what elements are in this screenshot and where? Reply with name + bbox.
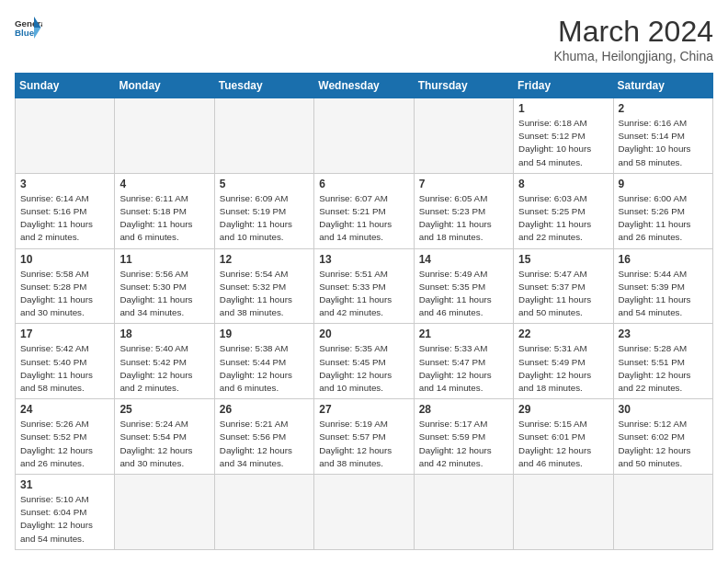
- location-subtitle: Khuma, Heilongjiang, China: [553, 49, 713, 63]
- day-number: 19: [220, 327, 309, 340]
- day-number: 17: [20, 327, 109, 340]
- day-info: Sunrise: 5:31 AM Sunset: 5:49 PM Dayligh…: [518, 342, 608, 395]
- day-info: Sunrise: 5:49 AM Sunset: 5:35 PM Dayligh…: [419, 268, 508, 320]
- day-info: Sunrise: 6:11 AM Sunset: 5:18 PM Dayligh…: [119, 192, 209, 245]
- calendar-cell: 7Sunrise: 6:05 AM Sunset: 5:23 PM Daylig…: [414, 173, 513, 248]
- calendar-cell: 30Sunrise: 5:12 AM Sunset: 6:02 PM Dayli…: [613, 399, 712, 475]
- day-number: 15: [518, 253, 608, 266]
- day-number: 21: [419, 327, 508, 340]
- calendar-cell: 5Sunrise: 6:09 AM Sunset: 5:19 PM Daylig…: [214, 173, 313, 248]
- svg-marker-3: [34, 28, 41, 39]
- day-info: Sunrise: 5:38 AM Sunset: 5:44 PM Dayligh…: [220, 342, 309, 395]
- calendar-cell: [115, 98, 214, 174]
- day-info: Sunrise: 5:35 AM Sunset: 5:45 PM Dayligh…: [319, 342, 408, 395]
- calendar-cell: 11Sunrise: 5:56 AM Sunset: 5:30 PM Dayli…: [115, 248, 214, 324]
- day-number: 25: [119, 403, 209, 416]
- day-info: Sunrise: 5:12 AM Sunset: 6:02 PM Dayligh…: [619, 418, 708, 470]
- day-number: 20: [319, 327, 408, 340]
- calendar-cell: 8Sunrise: 6:03 AM Sunset: 5:25 PM Daylig…: [514, 173, 613, 248]
- day-number: 30: [619, 403, 708, 416]
- day-info: Sunrise: 5:28 AM Sunset: 5:51 PM Dayligh…: [619, 342, 708, 395]
- calendar-cell: [314, 98, 414, 174]
- day-info: Sunrise: 6:00 AM Sunset: 5:26 PM Dayligh…: [619, 192, 708, 245]
- svg-text:Blue: Blue: [15, 28, 35, 38]
- calendar-cell: 9Sunrise: 6:00 AM Sunset: 5:26 PM Daylig…: [613, 173, 712, 248]
- day-number: 3: [20, 178, 109, 190]
- calendar-cell: [314, 475, 414, 550]
- calendar-cell: 18Sunrise: 5:40 AM Sunset: 5:42 PM Dayli…: [115, 324, 214, 399]
- day-number: 7: [419, 178, 508, 190]
- calendar-week-row: 3Sunrise: 6:14 AM Sunset: 5:16 PM Daylig…: [16, 173, 713, 248]
- calendar-cell: 6Sunrise: 6:07 AM Sunset: 5:21 PM Daylig…: [314, 173, 414, 248]
- day-info: Sunrise: 5:19 AM Sunset: 5:57 PM Dayligh…: [319, 418, 408, 470]
- calendar-week-row: 17Sunrise: 5:42 AM Sunset: 5:40 PM Dayli…: [16, 324, 713, 399]
- calendar-table: SundayMondayTuesdayWednesdayThursdayFrid…: [15, 73, 713, 550]
- calendar-cell: 3Sunrise: 6:14 AM Sunset: 5:16 PM Daylig…: [16, 173, 115, 248]
- day-number: 26: [220, 403, 309, 416]
- calendar-cell: [514, 475, 613, 550]
- day-info: Sunrise: 5:51 AM Sunset: 5:33 PM Dayligh…: [319, 268, 408, 320]
- day-info: Sunrise: 5:10 AM Sunset: 6:04 PM Dayligh…: [20, 493, 109, 546]
- day-number: 24: [20, 403, 109, 416]
- calendar-cell: 26Sunrise: 5:21 AM Sunset: 5:56 PM Dayli…: [214, 399, 313, 475]
- calendar-cell: 19Sunrise: 5:38 AM Sunset: 5:44 PM Dayli…: [214, 324, 313, 399]
- calendar-cell: [414, 98, 513, 174]
- weekday-header-tuesday: Tuesday: [214, 74, 313, 98]
- day-number: 8: [518, 178, 608, 190]
- day-info: Sunrise: 5:42 AM Sunset: 5:40 PM Dayligh…: [20, 342, 109, 395]
- calendar-cell: [214, 475, 313, 550]
- weekday-header-friday: Friday: [514, 74, 613, 98]
- calendar-cell: 29Sunrise: 5:15 AM Sunset: 6:01 PM Dayli…: [514, 399, 613, 475]
- calendar-cell: 4Sunrise: 6:11 AM Sunset: 5:18 PM Daylig…: [115, 173, 214, 248]
- day-info: Sunrise: 5:56 AM Sunset: 5:30 PM Dayligh…: [119, 268, 209, 320]
- calendar-cell: 31Sunrise: 5:10 AM Sunset: 6:04 PM Dayli…: [16, 475, 115, 550]
- day-number: 5: [220, 178, 309, 190]
- day-info: Sunrise: 6:09 AM Sunset: 5:19 PM Dayligh…: [220, 192, 309, 245]
- day-info: Sunrise: 5:21 AM Sunset: 5:56 PM Dayligh…: [220, 418, 309, 470]
- calendar-cell: 22Sunrise: 5:31 AM Sunset: 5:49 PM Dayli…: [514, 324, 613, 399]
- calendar-cell: 12Sunrise: 5:54 AM Sunset: 5:32 PM Dayli…: [214, 248, 313, 324]
- calendar-cell: 15Sunrise: 5:47 AM Sunset: 5:37 PM Dayli…: [514, 248, 613, 324]
- calendar-cell: [16, 98, 115, 174]
- weekday-header-row: SundayMondayTuesdayWednesdayThursdayFrid…: [16, 74, 713, 98]
- logo-svg: General Blue: [15, 15, 42, 40]
- day-info: Sunrise: 6:05 AM Sunset: 5:23 PM Dayligh…: [419, 192, 508, 245]
- calendar-cell: 17Sunrise: 5:42 AM Sunset: 5:40 PM Dayli…: [16, 324, 115, 399]
- day-number: 29: [518, 403, 608, 416]
- calendar-cell: 21Sunrise: 5:33 AM Sunset: 5:47 PM Dayli…: [414, 324, 513, 399]
- calendar-week-row: 31Sunrise: 5:10 AM Sunset: 6:04 PM Dayli…: [16, 475, 713, 550]
- day-info: Sunrise: 5:44 AM Sunset: 5:39 PM Dayligh…: [619, 268, 708, 320]
- weekday-header-monday: Monday: [115, 74, 214, 98]
- weekday-header-sunday: Sunday: [16, 74, 115, 98]
- calendar-cell: 27Sunrise: 5:19 AM Sunset: 5:57 PM Dayli…: [314, 399, 414, 475]
- calendar-cell: 10Sunrise: 5:58 AM Sunset: 5:28 PM Dayli…: [16, 248, 115, 324]
- day-info: Sunrise: 6:18 AM Sunset: 5:12 PM Dayligh…: [518, 117, 608, 169]
- day-info: Sunrise: 6:07 AM Sunset: 5:21 PM Dayligh…: [319, 192, 408, 245]
- day-number: 23: [619, 327, 708, 340]
- day-info: Sunrise: 5:15 AM Sunset: 6:01 PM Dayligh…: [518, 418, 608, 470]
- weekday-header-thursday: Thursday: [414, 74, 513, 98]
- calendar-cell: [414, 475, 513, 550]
- day-info: Sunrise: 5:47 AM Sunset: 5:37 PM Dayligh…: [518, 268, 608, 320]
- day-info: Sunrise: 6:03 AM Sunset: 5:25 PM Dayligh…: [518, 192, 608, 245]
- calendar-cell: 16Sunrise: 5:44 AM Sunset: 5:39 PM Dayli…: [613, 248, 712, 324]
- day-info: Sunrise: 6:16 AM Sunset: 5:14 PM Dayligh…: [619, 117, 708, 169]
- calendar-cell: [115, 475, 214, 550]
- month-title: March 2024: [553, 15, 713, 49]
- logo: General Blue: [15, 15, 42, 40]
- calendar-cell: [214, 98, 313, 174]
- day-number: 18: [119, 327, 209, 340]
- day-info: Sunrise: 6:14 AM Sunset: 5:16 PM Dayligh…: [20, 192, 109, 245]
- calendar-cell: 20Sunrise: 5:35 AM Sunset: 5:45 PM Dayli…: [314, 324, 414, 399]
- day-number: 31: [20, 478, 109, 491]
- calendar-cell: 24Sunrise: 5:26 AM Sunset: 5:52 PM Dayli…: [16, 399, 115, 475]
- calendar-cell: 1Sunrise: 6:18 AM Sunset: 5:12 PM Daylig…: [514, 98, 613, 174]
- day-number: 22: [518, 327, 608, 340]
- day-info: Sunrise: 5:40 AM Sunset: 5:42 PM Dayligh…: [119, 342, 209, 395]
- calendar-cell: 28Sunrise: 5:17 AM Sunset: 5:59 PM Dayli…: [414, 399, 513, 475]
- calendar-cell: 13Sunrise: 5:51 AM Sunset: 5:33 PM Dayli…: [314, 248, 414, 324]
- calendar-week-row: 1Sunrise: 6:18 AM Sunset: 5:12 PM Daylig…: [16, 98, 713, 174]
- weekday-header-saturday: Saturday: [613, 74, 712, 98]
- day-number: 12: [220, 253, 309, 266]
- calendar-cell: 14Sunrise: 5:49 AM Sunset: 5:35 PM Dayli…: [414, 248, 513, 324]
